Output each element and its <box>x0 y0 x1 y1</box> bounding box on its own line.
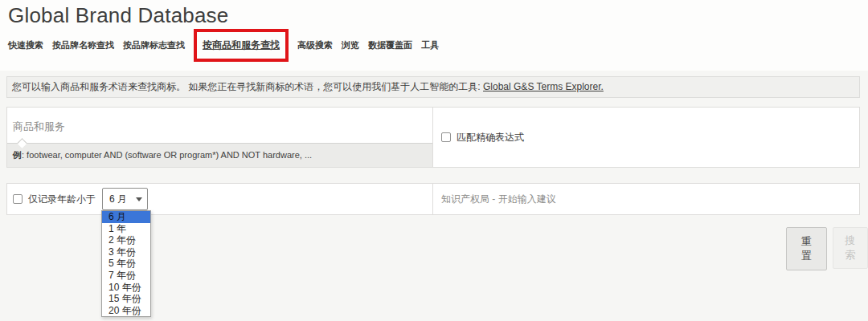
tab-data-coverage[interactable]: 数据覆盖面 <box>368 39 412 51</box>
goods-services-placeholder: 商品和服务 <box>13 120 65 134</box>
tab-search-by-goods-services[interactable]: 按商品和服务查找 <box>194 29 289 62</box>
record-age-label: 仅记录年龄小于 <box>28 193 96 206</box>
record-age-checkbox[interactable] <box>13 194 23 204</box>
reset-button[interactable]: 重置 <box>786 227 827 270</box>
hint-prefix: 例 <box>13 150 22 160</box>
tab-advanced-search[interactable]: 高级搜索 <box>297 39 333 51</box>
tab-search-by-brand-name[interactable]: 按品牌名称查找 <box>52 39 114 51</box>
tab-quick-search[interactable]: 快速搜索 <box>8 39 43 51</box>
goods-services-cell: 商品和服务 例: footwear, computer AND (softwar… <box>7 108 432 167</box>
hint-text: : footwear, computer AND (software OR pr… <box>22 150 312 160</box>
ip-office-input[interactable]: 知识产权局 - 开始输入建议 <box>441 193 556 206</box>
ip-office-cell: 知识产权局 - 开始输入建议 <box>432 184 859 214</box>
age-option[interactable]: 6 月 <box>102 211 150 223</box>
match-exact-cell: 匹配精确表达式 <box>432 108 859 167</box>
tab-browse[interactable]: 浏览 <box>342 39 359 51</box>
tab-tools[interactable]: 工具 <box>421 39 439 51</box>
page-title: Global Brand Database <box>8 3 228 28</box>
record-age-cell: 仅记录年龄小于 6 月 6 月 1 年 2 年份 3 年份 5 年份 7 年份 … <box>7 184 432 214</box>
age-option[interactable]: 5 年份 <box>102 258 150 270</box>
age-select-wrap: 6 月 6 月 1 年 2 年份 3 年份 5 年份 7 年份 10 年份 15… <box>102 188 148 210</box>
gs-terms-explorer-link[interactable]: Global G&S Terms Explorer. <box>483 81 604 92</box>
main-nav: 快速搜索 按品牌名称查找 按品牌标志查找 按商品和服务查找 高级搜索 浏览 数据… <box>8 32 439 58</box>
chevron-down-icon <box>136 197 142 201</box>
age-option[interactable]: 20 年份 <box>102 305 150 317</box>
global-brand-database-page: Global Brand Database 快速搜索 按品牌名称查找 按品牌标志… <box>0 0 868 321</box>
info-banner-text: 您可以输入商品和服务术语来查找商标。 如果您正在寻找新商标的术语，您可以使用我们… <box>12 81 483 92</box>
age-option[interactable]: 10 年份 <box>102 282 150 294</box>
age-select-dropdown: 6 月 1 年 2 年份 3 年份 5 年份 7 年份 10 年份 15 年份 … <box>101 210 151 317</box>
goods-services-input[interactable]: 商品和服务 <box>7 108 432 143</box>
age-select[interactable]: 6 月 <box>102 188 148 210</box>
age-option[interactable]: 7 年份 <box>102 270 150 282</box>
age-option[interactable]: 3 年份 <box>102 246 150 258</box>
form-actions: 重置 搜索 <box>786 227 868 270</box>
info-banner: 您可以输入商品和服务术语来查找商标。 如果您正在寻找新商标的术语，您可以使用我们… <box>6 76 860 98</box>
tab-search-by-brand-logo[interactable]: 按品牌标志查找 <box>123 39 185 51</box>
match-exact-checkbox[interactable] <box>441 132 451 142</box>
goods-services-hint: 例: footwear, computer AND (software OR p… <box>7 143 432 167</box>
age-option[interactable]: 2 年份 <box>102 234 150 246</box>
age-option[interactable]: 1 年 <box>102 223 150 235</box>
age-option[interactable]: 15 年份 <box>102 293 150 305</box>
age-select-value: 6 月 <box>109 193 127 206</box>
match-exact-option[interactable]: 匹配精确表达式 <box>441 131 524 144</box>
filters-panel: 仅记录年龄小于 6 月 6 月 1 年 2 年份 3 年份 5 年份 7 年份 … <box>6 183 860 215</box>
search-button[interactable]: 搜索 <box>833 227 868 269</box>
match-exact-label: 匹配精确表达式 <box>457 131 524 144</box>
goods-services-panel: 商品和服务 例: footwear, computer AND (softwar… <box>6 107 860 168</box>
record-age-option[interactable]: 仅记录年龄小于 <box>13 193 96 206</box>
